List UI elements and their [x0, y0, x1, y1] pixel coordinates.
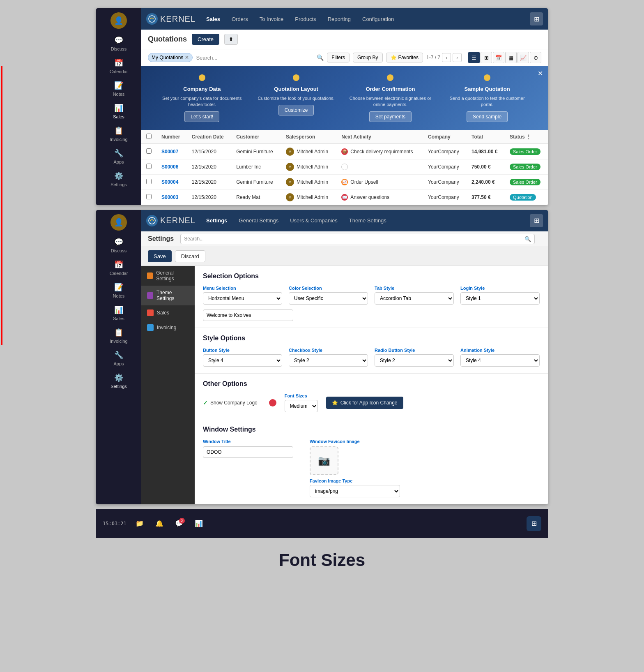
favicon-upload-box[interactable]: 📷 — [310, 446, 338, 475]
menu-selection-select[interactable]: Horizontal Menu Vertical Menu — [203, 292, 282, 305]
radio-style-label: Radio Button Style — [375, 348, 454, 353]
nav-general-settings[interactable]: General Settings — [235, 216, 283, 225]
select-all-checkbox[interactable] — [146, 134, 152, 139]
group-by-btn[interactable]: Group By — [353, 53, 383, 62]
discard-btn[interactable]: Discard — [175, 250, 205, 262]
activity-view-btn[interactable]: ⊙ — [530, 52, 541, 63]
graph-view-btn[interactable]: 📈 — [518, 52, 529, 63]
messages-icon-btn[interactable]: 💬 2 — [172, 517, 186, 530]
other-options-title: Other Options — [203, 380, 540, 388]
quotations-table: Number Creation Date Customer Salesperso… — [141, 130, 548, 205]
row-checkbox-3[interactable] — [146, 179, 152, 184]
table-row[interactable]: S00007 12/15/2020 Gemini Furniture M Mit… — [141, 144, 548, 159]
save-btn[interactable]: Save — [148, 250, 172, 262]
status-badge-1: Sales Order — [510, 148, 540, 155]
filters-btn[interactable]: Filters — [327, 53, 350, 62]
sidebar-2-apps[interactable]: 🔧 Apps — [96, 347, 141, 369]
radio-style-select[interactable]: Style 1 Style 2 Style 3 — [375, 354, 454, 367]
welcome-text-container — [203, 309, 293, 321]
sidebar-2-settings[interactable]: ⚙️ Settings — [96, 369, 141, 392]
row-checkbox-4[interactable] — [146, 194, 152, 199]
settings-search-input[interactable] — [184, 236, 524, 242]
tab-style-select[interactable]: Accordion Tab Normal Tab — [375, 292, 454, 305]
banner-dot-3 — [387, 74, 393, 81]
sidebar-2-calendar[interactable]: 📅 Calendar — [96, 256, 141, 279]
other-options-section: Other Options ✓ Show Company Logo Font S… — [195, 374, 548, 419]
selection-options-section: Selection Options Menu Selection Horizon… — [195, 266, 548, 328]
favorites-btn[interactable]: ⭐ Favorites — [386, 53, 423, 62]
subnav-invoicing[interactable]: Invoicing — [141, 320, 195, 335]
font-sizes-select[interactable]: Small Medium Large — [285, 400, 318, 412]
cell-company-2: YourCompany — [423, 159, 467, 174]
banner-btn-4[interactable]: Send sample — [467, 111, 508, 122]
list-view-btn[interactable]: ☰ — [468, 52, 480, 63]
table-row[interactable]: S00006 12/15/2020 Lumber Inc M Mitchell … — [141, 159, 548, 174]
button-style-select[interactable]: Style 1 Style 2 Style 3 Style 4 — [203, 354, 282, 367]
banner-btn-2[interactable]: Customize — [278, 105, 314, 115]
table-row[interactable]: S00003 12/15/2020 Ready Mat M Mitchell A… — [141, 189, 548, 205]
subnav-theme[interactable]: Theme Settings — [141, 286, 195, 305]
window-title-input[interactable] — [203, 446, 293, 458]
cell-total-4: 377.50 € — [467, 189, 505, 205]
kanban-view-btn[interactable]: ⊞ — [481, 52, 492, 63]
sidebar-item-notes[interactable]: 📝 Notes — [96, 77, 141, 100]
notifications-icon-btn[interactable]: 🔔 — [153, 517, 166, 530]
nav-settings[interactable]: Settings — [202, 216, 231, 225]
cell-total-2: 750.00 € — [467, 159, 505, 174]
next-page-btn[interactable]: › — [453, 53, 462, 62]
upload-btn[interactable]: ⬆ — [224, 34, 238, 45]
nav-reporting[interactable]: Reporting — [324, 14, 355, 24]
search-input[interactable] — [196, 55, 313, 61]
nav-products[interactable]: Products — [291, 14, 320, 24]
calendar-view-btn[interactable]: 📅 — [493, 52, 504, 63]
subnav-sales[interactable]: Sales — [141, 305, 195, 320]
subnav-general[interactable]: General Settings — [141, 266, 195, 286]
grid-apps-btn[interactable]: ⊞ — [527, 516, 541, 531]
sidebar-2-notes[interactable]: 📝 Notes — [96, 279, 141, 302]
app-icon-btn-label: Click for App Icon Change — [340, 400, 398, 406]
favicon-type-select[interactable]: image/png image/ico image/jpg — [310, 485, 400, 497]
nav-sales[interactable]: Sales — [202, 14, 224, 24]
cell-customer-3: Gemini Furniture — [231, 174, 281, 189]
prev-page-btn[interactable]: ‹ — [442, 53, 451, 62]
sidebar-2-invoicing[interactable]: 📋 Invoicing — [96, 324, 141, 347]
welcome-text-input[interactable] — [203, 309, 293, 321]
settings-search-icon[interactable]: 🔍 — [524, 236, 531, 242]
filter-remove-btn[interactable]: ✕ — [185, 55, 189, 60]
checkmark-icon: ✓ — [203, 400, 208, 406]
app-icon-change-btn[interactable]: ⭐ Click for App Icon Change — [326, 397, 403, 409]
sidebar-2-discuss[interactable]: 💬 Discuss — [96, 234, 141, 256]
grid-icon-btn-2[interactable]: ⊞ — [530, 214, 543, 227]
files-icon-btn[interactable]: 📁 — [133, 517, 146, 530]
nav-configuration[interactable]: Configuration — [358, 14, 398, 24]
pivot-view-btn[interactable]: ▦ — [505, 52, 517, 63]
nav-to-invoice[interactable]: To Invoice — [255, 14, 288, 24]
sidebar-item-apps[interactable]: 🔧 Apps — [96, 145, 141, 168]
grid-icon-btn[interactable]: ⊞ — [530, 12, 543, 25]
banner-close-btn[interactable]: ✕ — [538, 69, 543, 77]
row-checkbox-2[interactable] — [146, 164, 152, 169]
sidebar-item-invoicing[interactable]: 📋 Invoicing — [96, 122, 141, 145]
banner-btn-1[interactable]: Let's start! — [184, 111, 219, 122]
login-style-select[interactable]: Style 1 Style 2 — [460, 292, 540, 305]
cell-status-2: Sales Order — [505, 159, 548, 174]
row-checkbox-1[interactable] — [146, 148, 152, 154]
search-icon[interactable]: 🔍 — [317, 54, 324, 61]
navbar-1: KERNEL Sales Orders To Invoice Products … — [141, 8, 548, 30]
sidebar-item-sales[interactable]: 📊 Sales — [96, 100, 141, 122]
nav-theme-settings[interactable]: Theme Settings — [345, 216, 391, 225]
analytics-icon-btn[interactable]: 📊 — [192, 517, 205, 530]
sidebar-item-settings[interactable]: ⚙️ Settings — [96, 168, 141, 190]
salesperson-avatar-1: M — [286, 148, 294, 156]
sidebar-item-calendar[interactable]: 📅 Calendar — [96, 55, 141, 77]
table-row[interactable]: S00004 12/15/2020 Gemini Furniture M Mit… — [141, 174, 548, 189]
animation-style-select[interactable]: Style 1 Style 2 Style 3 Style 4 — [460, 354, 540, 367]
create-btn[interactable]: Create — [192, 34, 219, 45]
banner-btn-3[interactable]: Set payments — [369, 111, 412, 122]
nav-users-companies[interactable]: Users & Companies — [286, 216, 342, 225]
nav-orders[interactable]: Orders — [228, 14, 252, 24]
color-selection-select[interactable]: User Specific Global — [289, 292, 368, 305]
sidebar-2-sales[interactable]: 📊 Sales — [96, 302, 141, 324]
sidebar-item-discuss[interactable]: 💬 Discuss — [96, 32, 141, 55]
checkbox-style-select[interactable]: Style 1 Style 2 Style 3 — [289, 354, 368, 367]
